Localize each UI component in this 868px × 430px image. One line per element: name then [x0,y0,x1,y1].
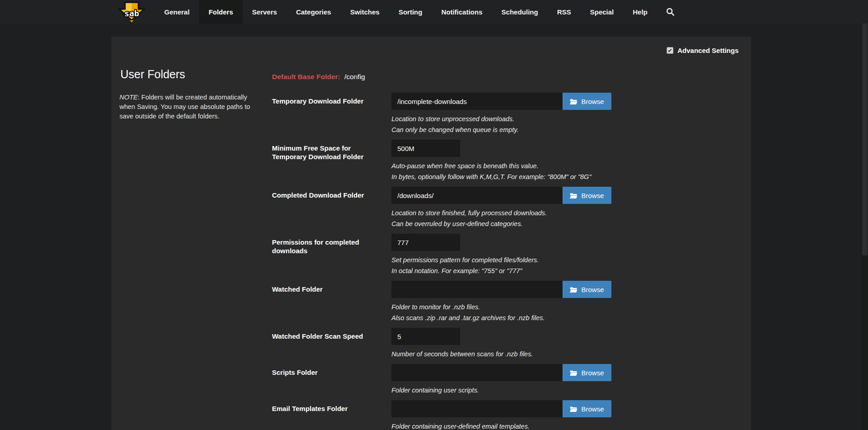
help-text: In bytes, optionally follow with K,M,G,T… [391,171,625,182]
advanced-settings-checkbox[interactable]: ✔ [667,47,673,54]
browse-button[interactable]: Browse [563,187,611,204]
help-text: Can be overruled by user-defined categor… [391,218,625,229]
nav-item-scheduling[interactable]: Scheduling [492,0,548,24]
top-navbar: sab General Folders Servers Categories S… [0,0,868,24]
help-text: Also scans .zip .rar and .tar.gz archive… [391,312,625,323]
completed-download-folder-input[interactable] [391,187,563,204]
folder-open-icon [570,369,577,376]
field-label: Temporary Download Folder [272,93,391,135]
page-title: User Folders [119,67,258,81]
email-templates-folder-input[interactable] [391,400,563,417]
advanced-settings-label: Advanced Settings [677,47,739,54]
nav-item-general[interactable]: General [155,0,199,24]
folder-open-icon [570,98,577,105]
help-text: Auto-pause when free space is beneath th… [391,161,625,171]
nav-item-rss[interactable]: RSS [548,0,581,24]
default-base-folder: Default Base Folder: /config [272,73,625,81]
row-scripts-folder: Scripts Folder Browse Folder [272,364,625,396]
folder-open-icon [570,406,577,412]
folder-open-icon [570,192,577,199]
folders-form: Default Base Folder: /config Temporary D… [272,67,625,430]
help-text: Location to store finished, fully proces… [391,208,625,218]
field-label: Permissions for completed downloads [272,234,391,276]
scripts-folder-input[interactable] [391,364,563,381]
row-permissions: Permissions for completed downloads Set … [272,234,625,276]
nav-item-notifications[interactable]: Notifications [432,0,492,24]
watched-folder-scan-speed-input[interactable] [391,328,460,345]
row-minimum-free-space: Minimum Free Space for Temporary Downloa… [272,140,625,182]
vertical-scrollbar[interactable] [862,24,868,430]
folders-config-content: User Folders NOTE: Folders will be creat… [111,37,751,430]
note-prefix: NOTE [119,94,138,101]
sab-logo-text: sab [124,9,139,18]
field-label: Email Templates Folder [272,400,391,430]
browse-label: Browse [581,98,604,105]
nav-item-help[interactable]: Help [623,0,657,24]
help-text: Folder containing user scripts. [391,385,625,396]
row-watched-folder: Watched Folder Browse Folder [272,281,625,323]
advanced-settings-toggle[interactable]: ✔ Advanced Settings [667,47,739,54]
field-label: Scripts Folder [272,364,391,396]
browse-button[interactable]: Browse [563,93,611,110]
minimum-free-space-input[interactable] [391,140,460,157]
sabnzbd-logo[interactable]: sab [116,0,148,24]
row-email-templates-folder: Email Templates Folder Browse [272,400,625,430]
browse-label: Browse [581,192,604,199]
field-label: Minimum Free Space for Temporary Downloa… [272,140,391,182]
row-completed-download-folder: Completed Download Folder Browse [272,187,625,229]
nav-item-folders[interactable]: Folders [199,0,243,24]
search-button[interactable] [657,0,683,24]
section-intro: User Folders NOTE: Folders will be creat… [119,67,258,430]
help-text: Can only be changed when queue is empty. [391,124,625,135]
row-watched-folder-scan-speed: Watched Folder Scan Speed Number of seco… [272,328,625,359]
help-text: In octal notation. For example: "755" or… [391,265,625,276]
nav-item-special[interactable]: Special [581,0,624,24]
browse-button[interactable]: Browse [563,364,611,381]
sab-arrow-icon: sab [118,1,146,22]
nav-item-categories[interactable]: Categories [286,0,341,24]
nav-item-servers[interactable]: Servers [243,0,286,24]
browse-label: Browse [581,405,604,413]
nav-item-sorting[interactable]: Sorting [389,0,432,24]
row-temporary-download-folder: Temporary Download Folder Browse [272,93,625,135]
browse-button[interactable]: Browse [563,281,611,298]
section-note: NOTE: Folders will be created automatica… [119,93,258,121]
nav-menu: General Folders Servers Categories Switc… [155,0,657,24]
default-base-folder-value: /config [344,73,365,80]
note-text: : Folders will be created automatically … [119,94,250,120]
search-icon [666,8,674,16]
field-label: Watched Folder Scan Speed [272,328,391,359]
help-text: Number of seconds between scans for .nzb… [391,349,625,359]
help-text: Folder containing user-defined email tem… [391,421,625,430]
temporary-download-folder-input[interactable] [391,93,563,110]
scrollbar-thumb[interactable] [862,24,868,255]
folder-open-icon [570,286,577,293]
browse-label: Browse [581,286,604,293]
settings-panel: ✔ Advanced Settings User Folders NOTE: F… [111,37,751,430]
permissions-input[interactable] [391,234,460,251]
default-base-folder-label: Default Base Folder: [272,73,340,80]
browse-label: Browse [581,369,604,377]
field-label: Completed Download Folder [272,187,391,229]
help-text: Location to store unprocessed downloads. [391,113,625,124]
help-text: Set permissions pattern for completed fi… [391,255,625,265]
help-text: Folder to monitor for .nzb files. [391,302,625,312]
browse-button[interactable]: Browse [563,400,611,417]
nav-item-switches[interactable]: Switches [341,0,389,24]
field-label: Watched Folder [272,281,391,323]
watched-folder-input[interactable] [391,281,563,298]
